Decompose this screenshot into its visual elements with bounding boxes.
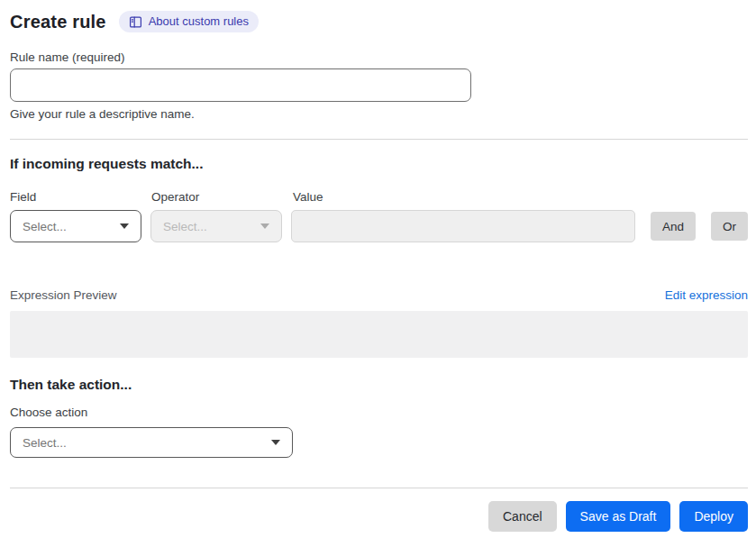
save-as-draft-button[interactable]: Save as Draft — [566, 501, 671, 532]
operator-select-disabled[interactable]: Select... — [150, 210, 282, 242]
divider — [10, 139, 748, 140]
match-section-heading: If incoming requests match... — [10, 155, 748, 172]
operator-label: Operator — [151, 189, 293, 205]
action-section-heading: Then take action... — [10, 376, 748, 393]
create-rule-page: Create rule About custom rules Rule name… — [0, 0, 756, 538]
or-button[interactable]: Or — [711, 212, 748, 241]
field-select[interactable]: Select... — [10, 210, 141, 242]
operator-select-placeholder: Select... — [163, 220, 207, 233]
rule-name-helper: Give your rule a descriptive name. — [10, 106, 748, 122]
chevron-down-icon — [271, 440, 280, 445]
deploy-button[interactable]: Deploy — [679, 501, 748, 532]
about-custom-rules-link[interactable]: About custom rules — [119, 11, 259, 32]
and-button[interactable]: And — [651, 212, 696, 241]
book-icon — [129, 15, 142, 29]
choose-action-label: Choose action — [10, 405, 748, 420]
choose-action-select[interactable]: Select... — [10, 427, 293, 458]
field-select-placeholder: Select... — [23, 220, 67, 233]
expression-header-row: Expression Preview Edit expression — [10, 287, 748, 303]
value-input-disabled[interactable] — [291, 210, 635, 242]
field-label: Field — [10, 189, 151, 205]
chevron-down-icon — [120, 223, 129, 229]
edit-expression-link[interactable]: Edit expression — [665, 287, 748, 303]
choose-action-placeholder: Select... — [23, 436, 67, 450]
value-label: Value — [293, 189, 323, 205]
cancel-button[interactable]: Cancel — [488, 501, 557, 532]
chevron-down-icon — [260, 223, 269, 229]
expression-preview-box — [10, 311, 748, 358]
about-custom-rules-label: About custom rules — [149, 14, 249, 29]
matcher-controls-row: Select... Select... And Or — [10, 210, 748, 242]
page-header: Create rule About custom rules — [10, 9, 748, 34]
divider — [10, 488, 748, 488]
rule-name-label: Rule name (required) — [10, 50, 748, 65]
expression-preview-label: Expression Preview — [10, 287, 117, 303]
matcher-labels-row: Field Operator Value — [10, 189, 748, 205]
footer-actions: Cancel Save as Draft Deploy — [10, 501, 748, 532]
rule-name-input[interactable] — [10, 68, 471, 102]
page-title: Create rule — [10, 12, 106, 32]
